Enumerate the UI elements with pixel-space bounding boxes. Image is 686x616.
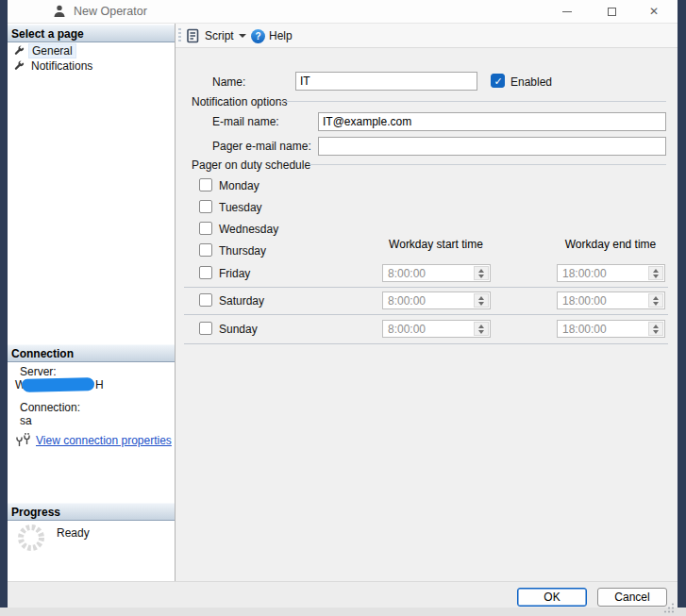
server-name-redaction	[22, 377, 94, 392]
minimize-icon	[562, 11, 572, 12]
spinner-buttons	[474, 266, 489, 280]
spin-down-icon	[653, 302, 659, 306]
thursday-checkbox[interactable]	[199, 243, 212, 257]
saturday-end-time-spinner: 18:00:00	[557, 291, 665, 309]
spin-down-icon	[653, 275, 659, 278]
friday-label: Friday	[219, 267, 250, 280]
sunday-checkbox[interactable]	[199, 322, 212, 335]
window-bottom-edge	[0, 608, 686, 616]
script-icon	[186, 28, 201, 43]
spinner-value: 8:00:00	[383, 265, 473, 281]
spinner-buttons	[648, 266, 663, 280]
monday-label: Monday	[219, 179, 259, 192]
spin-up-icon	[653, 325, 659, 328]
help-button[interactable]: ? Help	[251, 25, 293, 46]
connection-label: Connection:	[20, 401, 80, 414]
spinner-buttons	[474, 322, 489, 336]
friday-end-time-spinner: 18:00:00	[557, 264, 665, 282]
progress-status: Ready	[57, 526, 90, 540]
window-title: New Operator	[74, 5, 147, 18]
close-icon: ✕	[649, 5, 659, 18]
wrench-icon	[13, 45, 25, 57]
script-label: Script	[205, 29, 234, 42]
workday-end-time-header: Workday end time	[554, 238, 667, 251]
spinner-buttons	[648, 322, 663, 336]
pager-schedule-group-label: Pager on duty schedule	[192, 158, 310, 172]
spin-up-icon	[478, 269, 484, 273]
server-value-suffix: H	[95, 378, 104, 391]
friday-checkbox[interactable]	[199, 266, 212, 279]
progress-spinner-icon	[16, 523, 46, 553]
saturday-label: Saturday	[219, 294, 264, 308]
spinner-value: 18:00:00	[558, 265, 647, 281]
connection-properties-icon	[15, 433, 32, 447]
spinner-value: 8:00:00	[383, 292, 473, 308]
sidebar	[8, 24, 176, 581]
sidebar-item-general[interactable]: General	[8, 43, 174, 58]
ok-button[interactable]: OK	[517, 588, 587, 607]
wrench-icon	[13, 60, 25, 72]
row-divider	[184, 287, 668, 288]
monday-checkbox[interactable]	[199, 178, 212, 191]
enabled-label: Enabled	[510, 75, 552, 89]
server-label: Server:	[20, 365, 57, 378]
spinner-value: 8:00:00	[383, 321, 473, 337]
view-connection-properties-link[interactable]: View connection properties	[36, 434, 172, 447]
spin-down-icon	[478, 330, 484, 334]
operator-person-icon	[53, 5, 66, 18]
thursday-label: Thursday	[219, 244, 266, 258]
spin-down-icon	[478, 275, 484, 278]
tuesday-checkbox[interactable]	[199, 200, 212, 213]
wednesday-label: Wednesday	[219, 223, 278, 236]
chevron-down-icon	[239, 34, 246, 38]
sidebar-item-label: General	[28, 43, 76, 58]
titlebar[interactable]: New Operator ✕	[8, 0, 678, 24]
spin-down-icon	[478, 302, 484, 306]
email-name-label: E-mail name:	[212, 115, 279, 128]
help-icon: ?	[251, 29, 265, 43]
toolbar-grip[interactable]	[178, 28, 181, 43]
workday-start-time-header: Workday start time	[379, 238, 493, 251]
sunday-start-time-spinner: 8:00:00	[382, 320, 491, 338]
minimize-button[interactable]	[553, 0, 581, 23]
spinner-value: 18:00:00	[558, 292, 647, 308]
saturday-checkbox[interactable]	[199, 293, 212, 307]
progress-header: Progress	[8, 503, 175, 521]
group-divider	[279, 101, 666, 102]
help-label: Help	[269, 29, 293, 42]
script-dropdown-button[interactable]	[239, 25, 246, 46]
spin-up-icon	[653, 269, 659, 273]
spin-up-icon	[478, 296, 484, 300]
wednesday-checkbox[interactable]	[199, 222, 212, 235]
sunday-end-time-spinner: 18:00:00	[557, 320, 665, 338]
group-divider	[309, 164, 666, 165]
name-input[interactable]	[295, 72, 477, 91]
spin-up-icon	[478, 325, 484, 328]
screen: New Operator ✕ Select a page General Not…	[0, 0, 686, 616]
tuesday-label: Tuesday	[219, 201, 262, 214]
sidebar-item-notifications[interactable]: Notifications	[8, 58, 174, 74]
resize-grip[interactable]	[663, 602, 676, 614]
pager-email-label: Pager e-mail name:	[212, 140, 311, 153]
row-divider	[184, 343, 668, 344]
sunday-label: Sunday	[219, 323, 258, 336]
sidebar-item-label: Notifications	[28, 59, 95, 73]
pager-email-input[interactable]	[318, 137, 666, 156]
email-name-input[interactable]	[318, 112, 666, 131]
spin-up-icon	[653, 296, 659, 300]
connection-value: sa	[20, 414, 32, 427]
name-label: Name:	[212, 75, 245, 89]
friday-start-time-spinner: 8:00:00	[382, 264, 491, 282]
spinner-buttons	[648, 293, 663, 308]
spinner-buttons	[474, 293, 489, 308]
cancel-button[interactable]: Cancel	[597, 588, 667, 607]
notification-options-group-label: Notification options	[192, 95, 287, 108]
maximize-icon	[608, 8, 616, 16]
saturday-start-time-spinner: 8:00:00	[382, 291, 491, 309]
close-button[interactable]: ✕	[640, 0, 668, 23]
spinner-value: 18:00:00	[558, 321, 647, 337]
enabled-checkbox[interactable]	[491, 74, 505, 88]
script-button[interactable]: Script	[186, 25, 234, 46]
spin-down-icon	[653, 330, 659, 334]
maximize-button[interactable]	[597, 0, 626, 23]
